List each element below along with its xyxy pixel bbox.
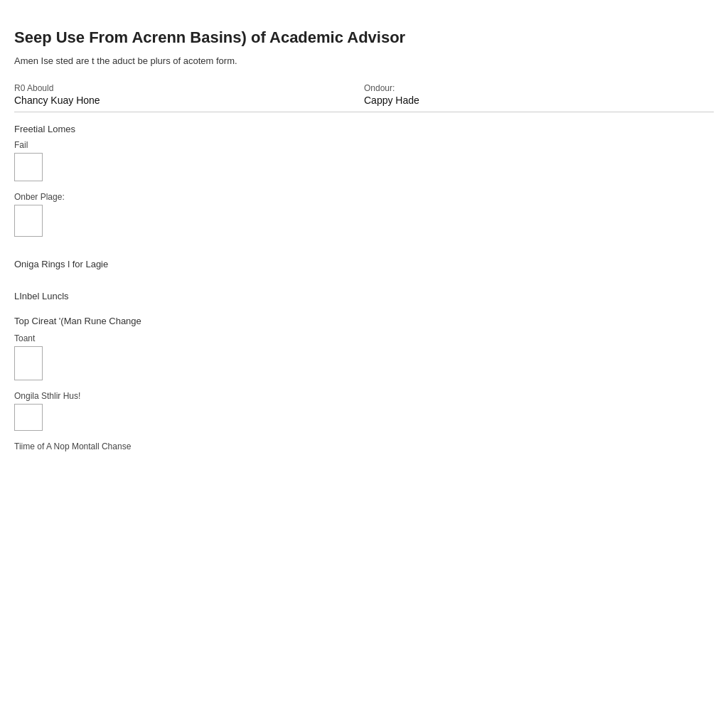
right-field-value: Cappy Hade — [364, 95, 714, 107]
page-subtitle: Amen Ise sted are t the aduct be plurs o… — [14, 55, 714, 66]
fail-box[interactable] — [14, 153, 43, 181]
linbel-label: LInbel Luncls — [14, 291, 714, 301]
ongila-label: Ongila Sthlir Hus! — [14, 391, 714, 401]
tiime-label: Tiime of A Nop Montall Chanse — [14, 441, 714, 451]
top-cireat-label: Top Cireat '(Man Rune Change — [14, 316, 714, 326]
tiime-field: Tiime of A Nop Montall Chanse — [14, 441, 714, 451]
ongila-field: Ongila Sthlir Hus! — [14, 391, 714, 441]
right-field-label: Ondour: — [364, 83, 714, 93]
toant-label: Toant — [14, 333, 714, 343]
oniga-label: Oniga Rings l for Lagie — [14, 259, 714, 269]
freetial-label: Freetial Lomes — [14, 124, 714, 134]
onber-field: Onber Plage: — [14, 192, 714, 247]
section-top-cireat: Top Cireat '(Man Rune Change Toant Ongil… — [14, 316, 714, 451]
right-field: Ondour: Cappy Hade — [364, 83, 714, 107]
toant-field: Toant — [14, 333, 714, 391]
left-field-label: R0 Abould — [14, 83, 364, 93]
onber-label: Onber Plage: — [14, 192, 714, 202]
page-title: Seep Use From Acrenn Basins) of Academic… — [14, 28, 714, 47]
section-linbel: LInbel Luncls — [14, 291, 714, 301]
section-oniga: Oniga Rings l for Lagie — [14, 259, 714, 269]
ongila-box[interactable] — [14, 404, 43, 431]
fail-field: Fail — [14, 140, 714, 192]
toant-box[interactable] — [14, 346, 43, 380]
left-field-value: Chancy Kuay Hone — [14, 95, 364, 107]
onber-box[interactable] — [14, 205, 43, 237]
left-field: R0 Abould Chancy Kuay Hone — [14, 83, 364, 107]
section-freetial: Freetial Lomes Fail Onber Plage: — [14, 124, 714, 247]
fail-label: Fail — [14, 140, 714, 150]
